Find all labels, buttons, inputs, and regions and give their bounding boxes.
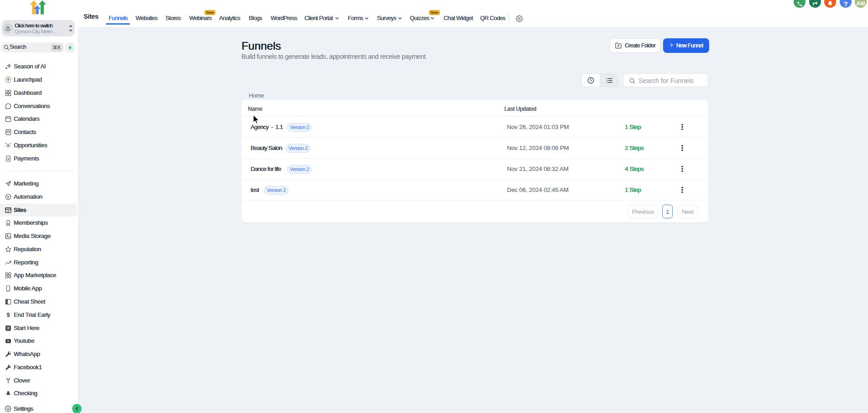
svg-text:$: $ — [6, 312, 10, 318]
svg-text:9: 9 — [7, 326, 9, 330]
svg-text:$: $ — [7, 156, 10, 160]
